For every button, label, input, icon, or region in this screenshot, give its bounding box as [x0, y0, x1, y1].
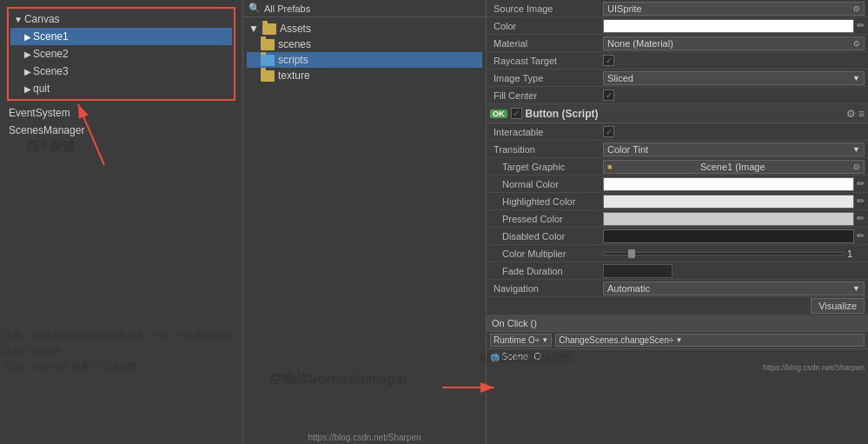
navigation-label: Navigation	[490, 283, 603, 294]
transition-arrow-icon: ▼	[852, 145, 860, 154]
target-graphic-label: Target Graphic	[490, 162, 603, 172]
source-image-dropdown[interactable]: UISprite ⊙	[603, 2, 865, 16]
canvas-label: Canvas	[24, 13, 60, 25]
fade-duration-input[interactable]: 0.1	[603, 264, 673, 278]
fade-duration-label: Fade Duration	[490, 266, 603, 276]
normal-color-label: Normal Color	[490, 179, 603, 189]
material-select-icon[interactable]: ⊙	[853, 39, 860, 48]
highlighted-color-pencil-icon[interactable]: ✏	[857, 195, 865, 207]
runtime-arrow-icon: ▼	[541, 336, 548, 344]
scene1-item[interactable]: ▶ Scene1	[10, 28, 232, 45]
disabled-color-row: Disabled Color ✏	[487, 228, 868, 245]
pressed-color-label: Pressed Color	[490, 214, 603, 224]
canvas-item[interactable]: ▼ Canvas	[10, 10, 232, 28]
highlighted-color-label: Highlighted Color	[490, 196, 603, 207]
color-multiplier-slider[interactable]: 1	[603, 249, 865, 259]
visualize-button[interactable]: Visualize	[811, 298, 865, 314]
material-dropdown[interactable]: None (Material) ⊙	[603, 36, 865, 50]
changescenes-dropdown[interactable]: ChangeScenes.changeScen÷ ▼	[555, 334, 865, 347]
disabled-color-pencil-icon[interactable]: ✏	[857, 230, 865, 242]
texture-label: texture	[278, 70, 310, 82]
inspector-panel: Source Image UISprite ⊙ Color ✏ Material…	[487, 0, 868, 444]
visualize-row: Visualize	[487, 297, 868, 315]
scene3-item[interactable]: ▶ Scene3	[10, 63, 232, 80]
target-graphic-value: Scene1 (Image	[700, 162, 765, 172]
pressed-color-swatch[interactable]	[603, 212, 854, 226]
scene3-label: Scene3	[33, 65, 69, 77]
prefabs-label: All Prefabs	[264, 3, 310, 14]
highlighted-color-swatch[interactable]	[603, 195, 854, 209]
fill-center-label: Fill Center	[490, 90, 603, 101]
color-multiplier-value: 1	[847, 249, 865, 259]
transition-dropdown[interactable]: Color Tint ▼	[603, 142, 865, 156]
normal-color-pencil-icon[interactable]: ✏	[857, 178, 865, 189]
ok-badge: OK	[490, 109, 507, 118]
assets-folder[interactable]: ▼ Assets	[247, 21, 482, 36]
watermark-row: https://blog.csdn.net/Sharpen	[487, 363, 868, 377]
quit-label: quit	[33, 83, 50, 95]
on-click-header: On Click ()	[487, 315, 868, 332]
eventsystem-label: EventSystem	[3, 107, 70, 119]
color-row: Color ✏	[487, 17, 868, 35]
runtime-dropdown[interactable]: Runtime O÷ ▼	[490, 334, 552, 347]
disabled-color-swatch[interactable]	[603, 229, 854, 243]
normal-color-swatch[interactable]	[603, 177, 854, 191]
scene-row: ⬤ Scene O	[487, 349, 868, 363]
transition-row: Transition Color Tint ▼	[487, 141, 868, 158]
runtime-label: Runtime O÷	[494, 335, 540, 345]
eventsystem-item[interactable]: EventSystem	[0, 104, 242, 122]
empty-object-annotation: 空物体ScenesManager	[269, 371, 407, 388]
changescenes-arrow-icon: ▼	[675, 336, 682, 344]
scenes-folder[interactable]: scenes	[247, 36, 482, 52]
source-image-row: Source Image UISprite ⊙	[487, 0, 868, 17]
assets-folder-icon	[262, 23, 276, 35]
scenes-icon	[261, 39, 275, 50]
source-image-label: Source Image	[490, 3, 603, 14]
image-type-value: Sliced	[607, 73, 633, 83]
target-graphic-icon: ■	[607, 162, 612, 171]
runtime-row: Runtime O÷ ▼ ChangeScenes.changeScen÷ ▼	[487, 332, 868, 349]
raycast-checkbox[interactable]: ✓	[603, 55, 614, 66]
assets-tree: ▼ Assets scenes scripts texture	[243, 17, 486, 87]
target-graphic-dropdown[interactable]: ■ Scene1 (Image ⊙	[603, 160, 865, 174]
watermark-text: https://blog.csdn.net/Sharpen	[763, 363, 865, 372]
target-graphic-row: Target Graphic ■ Scene1 (Image ⊙	[487, 158, 868, 176]
button-script-title: Button (Script)	[526, 108, 599, 120]
source-image-value: UISprite	[607, 3, 642, 14]
image-type-dropdown[interactable]: Sliced ▼	[603, 71, 865, 85]
image-type-row: Image Type Sliced ▼	[487, 70, 868, 87]
interactable-row: Interactable ✓	[487, 123, 868, 141]
quit-item[interactable]: ▶ quit	[10, 80, 232, 97]
scene2-label: Scene2	[33, 48, 69, 60]
target-graphic-select-icon[interactable]: ⊙	[853, 162, 860, 171]
interactable-checkbox[interactable]: ✓	[603, 126, 614, 137]
watermark-middle: https://blog.csdn.net/Sharpen	[243, 433, 486, 442]
fill-center-checkbox[interactable]: ✓	[603, 89, 614, 101]
button-settings-icon[interactable]: ⚙	[846, 108, 856, 120]
assets-label: Assets	[280, 23, 311, 35]
button-script-section: OK ✓ Button (Script) ⚙ ≡	[487, 104, 868, 123]
texture-folder[interactable]: texture	[247, 68, 482, 83]
color-multiplier-label: Color Multiplier	[490, 249, 603, 259]
disabled-color-label: Disabled Color	[490, 231, 603, 242]
button-more-icon[interactable]: ≡	[858, 108, 865, 120]
material-label: Material	[490, 38, 603, 49]
scenesmanager-item[interactable]: ScenesManager	[0, 122, 242, 139]
button-enabled-checkbox[interactable]: ✓	[511, 108, 522, 119]
scene2-item[interactable]: ▶ Scene2	[10, 45, 232, 63]
color-swatch[interactable]	[603, 19, 854, 33]
source-image-select-icon[interactable]: ⊙	[853, 4, 860, 13]
navigation-dropdown[interactable]: Automatic ▼	[603, 282, 865, 295]
image-type-arrow-icon: ▼	[852, 74, 860, 83]
scene-value-label: O	[533, 351, 541, 361]
transition-value: Color Tint	[607, 144, 648, 155]
color-pencil-icon[interactable]: ✏	[857, 20, 865, 31]
pressed-color-pencil-icon[interactable]: ✏	[857, 213, 865, 224]
scenesmanager-label: ScenesManager	[3, 124, 84, 136]
raycast-row: Raycast Target ✓	[487, 52, 868, 70]
scene1-label: Scene1	[33, 30, 69, 43]
material-row: Material None (Material) ⊙	[487, 35, 868, 52]
fade-duration-row: Fade Duration 0.1	[487, 262, 868, 280]
highlighted-color-row: Highlighted Color ✏	[487, 193, 868, 210]
scripts-folder[interactable]: scripts	[247, 52, 482, 68]
